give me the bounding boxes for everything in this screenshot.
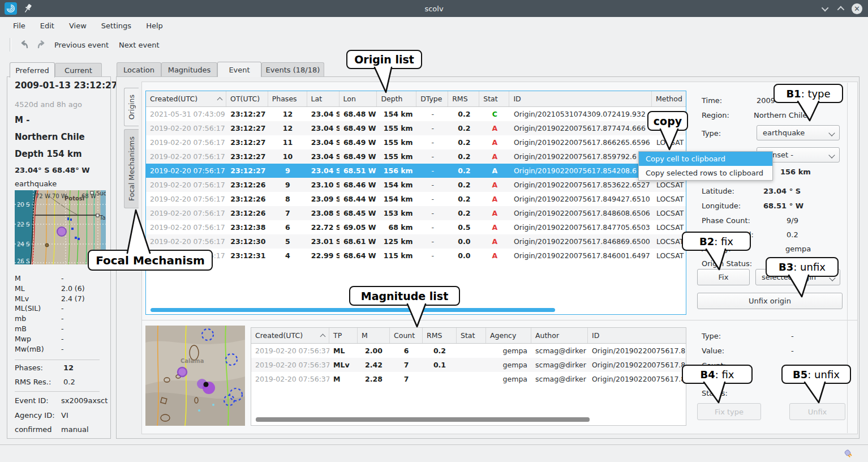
col-mag-id[interactable]: ID xyxy=(588,328,686,343)
origin-table-row[interactable]: 2019-02-20 07:56:17 23:12:26 9 23.10 S 6… xyxy=(146,178,686,192)
seiscomp-logo-icon xyxy=(6,4,15,13)
sidebar-magnitude-row: Mwp - xyxy=(15,335,100,345)
col-method[interactable]: Method xyxy=(652,91,686,106)
map-lat-label-26s: 26 S xyxy=(17,258,29,264)
col-mag-count[interactable]: Count xyxy=(390,328,423,343)
menu-settings[interactable]: Settings xyxy=(95,19,137,32)
sidebar-magnitude-row: mb - xyxy=(15,314,100,324)
col-id[interactable]: ID xyxy=(509,91,652,106)
event-age: 4520d and 8h ago xyxy=(15,100,82,109)
callout-tail xyxy=(406,304,428,328)
origin-table-row[interactable]: 2019-02-20 07:56:17 23:12:31 4 22.99 S 6… xyxy=(146,249,686,263)
col-mag-created[interactable]: Created(UTC) xyxy=(251,328,329,343)
col-mag-agency[interactable]: Agency xyxy=(486,328,531,343)
callout-b5-unfix: B5: unfix xyxy=(781,365,851,384)
app-icon xyxy=(5,2,17,15)
col-phases[interactable]: Phases xyxy=(268,91,307,106)
origin-table-hscrollbar[interactable] xyxy=(151,308,555,312)
previous-event-icon[interactable] xyxy=(17,38,32,51)
menu-view[interactable]: View xyxy=(63,19,93,32)
col-mag-rms[interactable]: RMS xyxy=(423,328,457,343)
sidebar-magnitude-row: ML(SIL) - xyxy=(15,304,100,314)
map-place-calama: Calama xyxy=(181,358,204,364)
col-dtype[interactable]: DType xyxy=(416,91,448,106)
magnitude-table-row[interactable]: 2019-02-20 07:56:37 ML 2.00 6 0.2 gempa … xyxy=(251,344,686,358)
origin-latitude-value: 23.04 ° S xyxy=(763,187,801,195)
tab-events[interactable]: Events (18/18) xyxy=(261,62,324,77)
event-type: earthquake xyxy=(15,179,57,188)
map-lat-label-20s: 20 S xyxy=(17,202,29,208)
tab-preferred[interactable]: Preferred xyxy=(10,62,55,78)
origin-table-row[interactable]: 2021-05-31 07:43:09 23:12:27 12 23.04 S … xyxy=(146,107,686,121)
col-lon[interactable]: Lon xyxy=(340,91,377,106)
scolv-window: scolv ✕ File Edit View xyxy=(0,0,868,462)
maximize-icon[interactable] xyxy=(837,6,845,13)
fix-button[interactable]: Fix xyxy=(697,269,750,285)
callout-copy: copy xyxy=(647,111,688,131)
menu-help[interactable]: Help xyxy=(140,19,169,32)
vtab-origins[interactable]: Origins xyxy=(124,88,139,126)
next-event-icon[interactable] xyxy=(34,38,49,51)
col-created[interactable]: Created(UTC) xyxy=(146,91,226,106)
origin-table-row[interactable]: 2019-02-20 07:56:17 23:12:38 6 22.72 S 6… xyxy=(146,220,686,234)
map-place-ta: Ta xyxy=(99,215,106,221)
col-mag-tp[interactable]: TP xyxy=(329,328,358,343)
col-depth[interactable]: Depth xyxy=(377,91,416,106)
event-magnitude: M - xyxy=(15,115,29,125)
previous-event-button[interactable]: Previous event xyxy=(51,41,115,49)
tab-magnitudes[interactable]: Magnitudes xyxy=(161,62,217,77)
connection-plug-icon[interactable] xyxy=(843,448,854,459)
callout-tail xyxy=(796,101,821,122)
origin-table-row[interactable]: 2019-02-20 07:56:17 23:12:30 5 23.01 S 6… xyxy=(146,234,686,249)
magnitude-table-row[interactable]: 2019-02-20 07:56:37 M 2.28 7 gempa scmag… xyxy=(251,372,686,386)
tab-event[interactable]: Event xyxy=(217,62,261,77)
col-lat[interactable]: Lat xyxy=(307,91,340,106)
origin-table-row[interactable]: 2019-02-20 07:56:17 23:12:26 8 23.09 S 6… xyxy=(146,192,686,206)
origin-table-row[interactable]: 2019-02-20 07:56:17 23:12:26 7 23.08 S 6… xyxy=(146,206,686,220)
menu-edit[interactable]: Edit xyxy=(34,19,61,32)
magnitude-table-hscrollbar[interactable] xyxy=(256,417,590,422)
callout-b2-fix: B2: fix xyxy=(682,232,751,251)
origin-table-row[interactable]: 2019-02-20 07:56:17 23:12:27 9 23.04 S 6… xyxy=(146,164,686,178)
titlebar: scolv ✕ xyxy=(0,0,868,17)
origin-longitude-value: 68.51 ° W xyxy=(763,202,803,210)
col-rms[interactable]: RMS xyxy=(448,91,479,106)
callout-b4-fix: B4: fix xyxy=(682,365,753,384)
map-lon-label-72w: 72 W xyxy=(36,193,50,199)
origin-depth-value: 156 km xyxy=(780,168,811,176)
col-mag-m[interactable]: M xyxy=(358,328,390,343)
origin-table-row[interactable]: 2019-02-20 07:56:17 23:12:27 10 23.04 S … xyxy=(146,149,686,164)
map-lat-label-22s: 22 S xyxy=(17,221,29,228)
magnitude-table-row[interactable]: 2019-02-20 07:56:37 MLv 2.42 7 0.1 gempa… xyxy=(251,358,686,372)
mag-value-label: Value: xyxy=(702,346,724,355)
event-mode: manual xyxy=(61,425,89,434)
pin-icon[interactable] xyxy=(23,3,33,14)
close-icon[interactable]: ✕ xyxy=(852,3,862,14)
event-id-value: sx2009axsct xyxy=(61,396,108,405)
origin-table-row[interactable]: 2019-02-20 07:56:17 23:12:27 11 23.04 S … xyxy=(146,135,686,149)
fix-type-button[interactable]: Fix type xyxy=(697,403,761,420)
callout-tail xyxy=(803,382,827,404)
origin-type-combo[interactable]: earthquake xyxy=(757,125,840,140)
col-ot[interactable]: OT(UTC) xyxy=(226,91,268,106)
col-mag-stat[interactable]: Stat xyxy=(457,328,486,343)
menu-item-copy-cell[interactable]: Copy cell to clipboard xyxy=(639,152,772,166)
tab-current[interactable]: Current xyxy=(55,63,102,78)
tab-location[interactable]: Location xyxy=(117,62,161,77)
toolbar-handle[interactable] xyxy=(10,38,11,52)
vtab-focal-mechanisms[interactable]: Focal Mechanisms xyxy=(124,129,139,208)
unfix-origin-button[interactable]: Unfix origin xyxy=(697,293,843,309)
menu-item-copy-rows[interactable]: Copy selected rows to clipboard xyxy=(639,166,772,180)
magnitude-table-body: 2019-02-20 07:56:37 ML 2.00 6 0.2 gempa … xyxy=(251,344,686,386)
mag-type-label: Type: xyxy=(702,332,721,340)
next-event-button[interactable]: Next event xyxy=(115,41,166,49)
menu-file[interactable]: File xyxy=(7,19,32,32)
origin-phase-count-value: 9/9 xyxy=(787,216,798,225)
unfix-button[interactable]: Unfix xyxy=(789,403,845,420)
origin-location-map[interactable]: Calama xyxy=(145,326,245,426)
origin-table-row[interactable]: 2019-02-20 07:56:17 23:12:27 12 23.04 S … xyxy=(146,121,686,135)
origin-phase-count-label: Phase Count: xyxy=(702,216,750,225)
col-mag-author[interactable]: Author xyxy=(531,328,588,343)
origin-region-label: Region: xyxy=(702,111,729,119)
col-stat[interactable]: Stat xyxy=(479,91,509,106)
